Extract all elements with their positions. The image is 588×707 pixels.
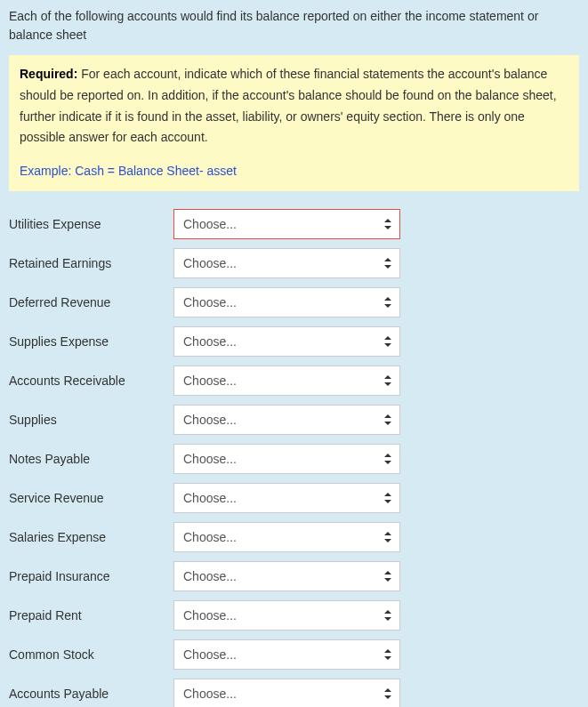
account-select[interactable]: Choose... — [173, 522, 400, 552]
required-label: Required: — [20, 67, 77, 81]
account-select[interactable]: Choose... — [173, 248, 400, 278]
account-label: Salaries Expense — [9, 530, 173, 544]
account-select[interactable]: Choose... — [173, 561, 400, 591]
example-text: Example: Cash = Balance Sheet- asset — [20, 161, 568, 182]
account-label: Prepaid Insurance — [9, 569, 173, 583]
account-label: Accounts Receivable — [9, 374, 173, 388]
select-wrapper: Choose... — [173, 209, 400, 239]
account-select[interactable]: Choose... — [173, 483, 400, 513]
select-wrapper: Choose... — [173, 326, 400, 357]
account-row: Prepaid InsuranceChoose... — [9, 561, 579, 591]
account-row: Salaries ExpenseChoose... — [9, 522, 579, 552]
account-select[interactable]: Choose... — [173, 287, 400, 317]
account-label: Common Stock — [9, 647, 173, 662]
account-row: Accounts PayableChoose... — [9, 679, 579, 707]
select-wrapper: Choose... — [173, 366, 400, 396]
account-label: Utilities Expense — [9, 217, 173, 231]
select-wrapper: Choose... — [173, 639, 400, 670]
select-wrapper: Choose... — [173, 287, 400, 317]
required-text: For each account, indicate which of thes… — [20, 67, 557, 144]
account-row: Supplies ExpenseChoose... — [9, 326, 579, 357]
account-select[interactable]: Choose... — [173, 405, 400, 435]
select-wrapper: Choose... — [173, 405, 400, 435]
account-select[interactable]: Choose... — [173, 326, 400, 357]
account-label: Retained Earnings — [9, 256, 173, 270]
account-label: Service Revenue — [9, 491, 173, 505]
select-wrapper: Choose... — [173, 679, 400, 707]
intro-text: Each of the following accounts would fin… — [9, 7, 579, 44]
accounts-list: Utilities ExpenseChoose...Retained Earni… — [9, 209, 579, 707]
account-row: Deferred RevenueChoose... — [9, 287, 579, 317]
account-select[interactable]: Choose... — [173, 679, 400, 707]
account-label: Prepaid Rent — [9, 608, 173, 623]
account-label: Accounts Payable — [9, 687, 173, 701]
account-row: Retained EarningsChoose... — [9, 248, 579, 278]
account-row: Notes PayableChoose... — [9, 444, 579, 474]
select-wrapper: Choose... — [173, 522, 400, 552]
account-row: Prepaid RentChoose... — [9, 600, 579, 631]
account-row: Utilities ExpenseChoose... — [9, 209, 579, 239]
account-select[interactable]: Choose... — [173, 639, 400, 670]
account-row: Common StockChoose... — [9, 639, 579, 670]
account-select[interactable]: Choose... — [173, 600, 400, 631]
account-select[interactable]: Choose... — [173, 444, 400, 474]
required-box: Required: For each account, indicate whi… — [9, 55, 579, 191]
account-label: Supplies Expense — [9, 334, 173, 349]
account-select[interactable]: Choose... — [173, 366, 400, 396]
select-wrapper: Choose... — [173, 483, 400, 513]
account-select[interactable]: Choose... — [173, 209, 400, 239]
account-row: Service RevenueChoose... — [9, 483, 579, 513]
select-wrapper: Choose... — [173, 561, 400, 591]
select-wrapper: Choose... — [173, 248, 400, 278]
account-row: Accounts ReceivableChoose... — [9, 366, 579, 396]
select-wrapper: Choose... — [173, 600, 400, 631]
account-label: Deferred Revenue — [9, 295, 173, 309]
account-label: Notes Payable — [9, 452, 173, 466]
account-row: SuppliesChoose... — [9, 405, 579, 435]
account-label: Supplies — [9, 413, 173, 427]
select-wrapper: Choose... — [173, 444, 400, 474]
